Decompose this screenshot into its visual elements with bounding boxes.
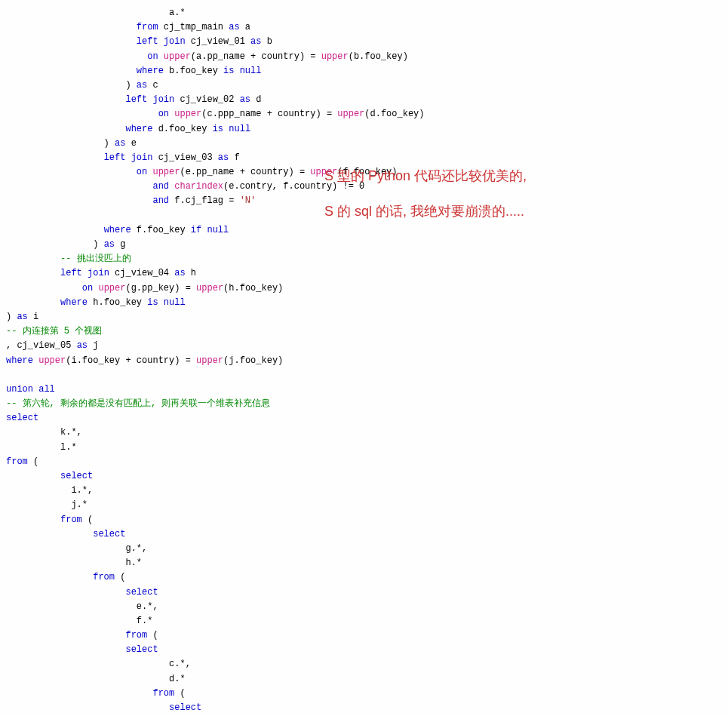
annotation-line-2: S 的 sql 的话, 我绝对要崩溃的.....: [324, 194, 527, 229]
code-document: S 型的 Python 代码还比较优美的, S 的 sql 的话, 我绝对要崩溃…: [0, 0, 728, 716]
annotation-line-1: S 型的 Python 代码还比较优美的,: [324, 158, 527, 194]
annotation-text: S 型的 Python 代码还比较优美的, S 的 sql 的话, 我绝对要崩溃…: [324, 158, 527, 229]
sql-code-block: a.* from cj_tmp_main as a left join cj_v…: [6, 6, 722, 716]
